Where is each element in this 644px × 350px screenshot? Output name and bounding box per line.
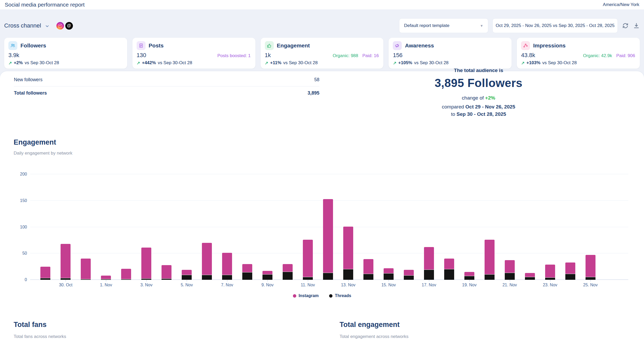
x-axis-tick-mark bbox=[308, 280, 308, 282]
kpi-change: +11% bbox=[270, 60, 281, 65]
legend-item-instagram[interactable]: Instagram bbox=[293, 293, 319, 298]
stacked-bar bbox=[283, 264, 293, 280]
audience-change-prefix: change of bbox=[462, 95, 484, 101]
chart-bar-slot: 21. Nov bbox=[500, 174, 520, 280]
stacked-bar bbox=[363, 259, 373, 280]
stacked-bar bbox=[464, 272, 474, 280]
instagram-bar-segment bbox=[262, 271, 272, 275]
kpi-change: +103% bbox=[527, 60, 540, 65]
threads-bar-segment bbox=[464, 276, 474, 280]
date-range-picker[interactable]: Oct 29, 2025 - Nov 26, 2025 vs Sep 30, 2… bbox=[492, 18, 618, 33]
total-fans-title: Total fans bbox=[14, 321, 66, 329]
x-axis-tick-label: 3. Nov bbox=[140, 283, 152, 287]
instagram-bar-segment bbox=[586, 255, 595, 277]
instagram-bar-segment bbox=[363, 259, 373, 274]
chart-bar-slot bbox=[35, 174, 56, 280]
kpi-compare: vs Sep 30-Oct 28 bbox=[283, 60, 318, 65]
refresh-icon bbox=[622, 22, 629, 29]
threads-bar-segment bbox=[404, 276, 414, 280]
stacked-bar bbox=[444, 259, 454, 280]
download-icon bbox=[633, 22, 640, 29]
kpi-cards-row: Followers 3.9k ↗ +2% vs Sep 30-Oct 28 Po… bbox=[4, 38, 640, 69]
threads-bar-segment bbox=[485, 275, 495, 280]
stacked-bar bbox=[202, 243, 212, 280]
stacked-bar bbox=[545, 265, 555, 280]
chart-legend: Instagram Threads bbox=[0, 293, 644, 298]
threads-bar-segment bbox=[565, 274, 575, 280]
instagram-bar-segment bbox=[162, 265, 171, 279]
engagement-section-header: Engagement Daily engagement by network bbox=[14, 138, 72, 156]
organic-label: Organic: 988 bbox=[333, 53, 358, 58]
chart-bar-slot bbox=[520, 174, 540, 280]
chart-bar-slot: 15. Nov bbox=[378, 174, 399, 280]
refresh-button[interactable] bbox=[622, 22, 629, 29]
kpi-change: +105% bbox=[398, 60, 412, 65]
audience-headline: 3,895 Followers bbox=[410, 76, 547, 90]
kpi-title: Impressions bbox=[533, 42, 566, 49]
kpi-card-followers: Followers 3.9k ↗ +2% vs Sep 30-Oct 28 bbox=[4, 38, 127, 69]
x-axis-tick-mark bbox=[550, 280, 550, 282]
legend-label: Instagram bbox=[299, 293, 319, 298]
audience-change-value: +2% bbox=[485, 95, 495, 101]
stacked-bar bbox=[262, 271, 272, 280]
legend-label: Threads bbox=[335, 293, 351, 298]
threads-bar-segment bbox=[182, 275, 192, 280]
instagram-bar-segment bbox=[323, 199, 333, 273]
kpi-card-awareness: Awareness 156 ↗ +105% vs Sep 30-Oct 28 bbox=[389, 38, 512, 69]
chart-bar-slot: 30. Oct bbox=[56, 174, 76, 280]
instagram-bar-segment bbox=[384, 268, 394, 274]
kpi-change: +2% bbox=[14, 60, 23, 65]
report-template-select[interactable]: Default report template ▼ bbox=[399, 18, 488, 33]
audience-intro: The total audience is bbox=[410, 68, 547, 73]
trend-up-icon: ↗ bbox=[8, 61, 12, 65]
x-axis-tick-mark bbox=[591, 280, 591, 282]
x-axis-tick-mark bbox=[469, 280, 470, 282]
stacked-bar bbox=[40, 267, 50, 280]
x-axis-tick-mark bbox=[267, 280, 268, 282]
chart-bar-slot bbox=[439, 174, 459, 280]
channel-selector[interactable]: Cross channel bbox=[4, 22, 50, 29]
x-axis-tick-label: 11. Nov bbox=[301, 283, 315, 287]
stacked-bar bbox=[384, 268, 394, 280]
kpi-card-posts: Posts 130 Posts boosted: 1 ↗ +442% vs Se… bbox=[132, 38, 255, 69]
threads-bar-segment bbox=[343, 269, 353, 280]
x-axis-tick-mark bbox=[227, 280, 227, 282]
timezone-label: America/New York bbox=[603, 2, 639, 7]
engagement-subtitle: Daily engagement by network bbox=[14, 151, 72, 156]
kpi-card-impressions: Impressions 43.8k Organic: 42.9k Paid: 9… bbox=[517, 38, 640, 69]
threads-bar-segment bbox=[40, 278, 50, 280]
kpi-value: 1k bbox=[265, 52, 271, 59]
instagram-icon[interactable] bbox=[56, 22, 64, 30]
instagram-bar-segment bbox=[182, 270, 192, 275]
threads-bar-segment bbox=[202, 275, 212, 280]
x-axis-tick-mark bbox=[429, 280, 429, 282]
stacked-bar bbox=[525, 273, 535, 280]
legend-item-threads[interactable]: Threads bbox=[329, 293, 351, 298]
total-followers-label: Total followers bbox=[14, 90, 47, 96]
chart-bar-slot: 17. Nov bbox=[419, 174, 439, 280]
stacked-bar bbox=[485, 240, 495, 280]
engagement-chart: 050100150200 30. Oct1. Nov3. Nov5. Nov7.… bbox=[0, 174, 644, 280]
x-axis-tick-mark bbox=[106, 280, 106, 282]
chart-bar-slot: 1. Nov bbox=[96, 174, 116, 280]
threads-bar-segment bbox=[505, 273, 515, 280]
kpi-compare: vs Sep 30-Oct 28 bbox=[25, 60, 59, 65]
download-button[interactable] bbox=[633, 22, 640, 29]
paid-label: Paid: 16 bbox=[362, 53, 379, 58]
stacked-bar bbox=[121, 269, 131, 280]
instagram-bar-segment bbox=[141, 248, 151, 279]
instagram-bar-segment bbox=[101, 276, 111, 279]
instagram-bar-segment bbox=[565, 262, 575, 274]
x-axis-tick-label: 5. Nov bbox=[181, 283, 193, 287]
instagram-bar-segment bbox=[202, 243, 212, 275]
instagram-bar-segment bbox=[121, 269, 131, 279]
x-axis-tick-mark bbox=[348, 280, 348, 282]
stacked-bar bbox=[343, 227, 353, 280]
chart-bar-slot: 7. Nov bbox=[217, 174, 237, 280]
engagement-icon bbox=[265, 41, 274, 50]
stacked-bar bbox=[404, 270, 414, 280]
threads-icon[interactable]: @ bbox=[65, 22, 73, 30]
posts-boosted-label: Posts boosted: 1 bbox=[217, 53, 251, 58]
x-axis-tick-label: 19. Nov bbox=[462, 283, 476, 287]
x-axis-tick-mark bbox=[510, 280, 510, 282]
